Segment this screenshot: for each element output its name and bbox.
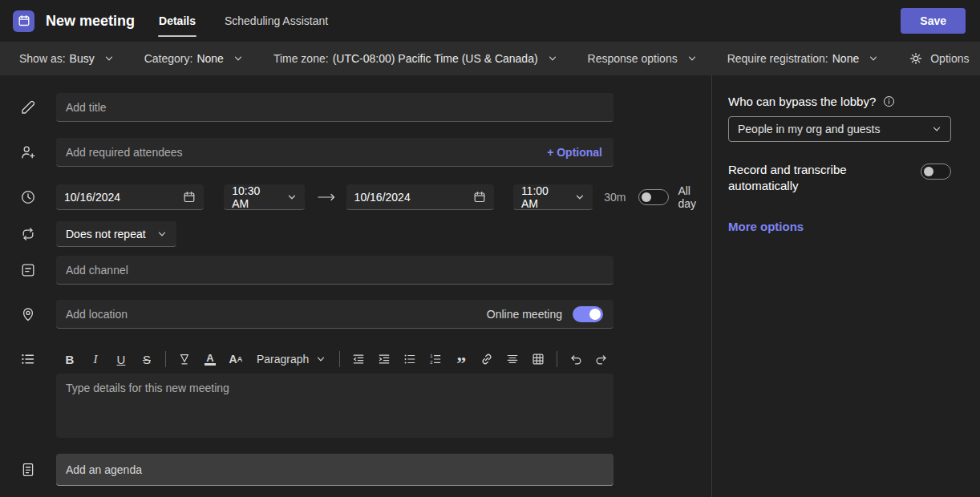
paragraph-style-dropdown[interactable]: Paragraph xyxy=(249,347,333,371)
end-time-dropdown[interactable]: 11:00 AM xyxy=(513,184,593,210)
undo-button[interactable] xyxy=(564,347,588,371)
font-color-icon: A xyxy=(205,354,215,366)
repeat-dropdown[interactable]: Does not repeat xyxy=(56,221,176,247)
online-meeting-label: Online meeting xyxy=(487,308,562,321)
record-transcribe-label: Record and transcribe automatically xyxy=(728,162,869,194)
end-date-input[interactable]: 10/16/2024 xyxy=(346,184,494,210)
start-time-value: 10:30 AM xyxy=(232,184,278,210)
svg-text:2: 2 xyxy=(430,360,432,365)
chevron-down-icon xyxy=(869,54,878,63)
highlight-button[interactable] xyxy=(172,347,196,371)
channel-input[interactable] xyxy=(56,256,614,285)
agenda-field xyxy=(56,454,614,486)
end-date-value: 10/16/2024 xyxy=(354,191,411,204)
category-dropdown[interactable]: Category: None xyxy=(144,52,243,65)
align-icon xyxy=(505,352,520,366)
paragraph-label: Paragraph xyxy=(257,353,309,366)
title-input[interactable] xyxy=(56,93,614,122)
repeat-icon xyxy=(20,226,36,242)
font-size-button[interactable]: AA xyxy=(224,347,248,371)
arrow-right-icon xyxy=(318,193,335,201)
gear-icon xyxy=(909,51,923,66)
location-input[interactable] xyxy=(56,308,487,321)
chevron-down-icon xyxy=(157,229,167,239)
side-panel: Who can bypass the lobby? People in my o… xyxy=(712,75,980,497)
location-icon xyxy=(20,306,36,322)
link-button[interactable] xyxy=(475,347,499,371)
response-options-dropdown[interactable]: Response options xyxy=(588,52,697,65)
svg-text:1: 1 xyxy=(430,354,432,358)
timezone-dropdown[interactable]: Time zone: (UTC-08:00) Pacific Time (US … xyxy=(273,52,557,65)
meeting-duration: 30m xyxy=(604,191,626,204)
insert-table-button[interactable] xyxy=(526,347,550,371)
lobby-selected-value: People in my org and guests xyxy=(738,123,880,135)
require-registration-dropdown[interactable]: Require registration: None xyxy=(727,52,879,65)
page-title: New meeting xyxy=(46,13,135,30)
all-day-label: All day xyxy=(678,184,711,210)
redo-button[interactable] xyxy=(589,347,614,371)
required-attendees-input[interactable] xyxy=(56,146,547,159)
lobby-question-row: Who can bypass the lobby? xyxy=(728,95,964,108)
outdent-button[interactable] xyxy=(346,347,371,371)
align-button[interactable] xyxy=(500,347,524,371)
start-date-value: 10/16/2024 xyxy=(64,191,120,204)
info-icon[interactable] xyxy=(883,95,895,107)
location-field: Online meeting xyxy=(56,300,614,329)
chevron-down-icon xyxy=(687,54,697,63)
agenda-input[interactable] xyxy=(56,463,614,476)
calendar-icon xyxy=(18,14,30,27)
redo-icon xyxy=(594,352,609,366)
font-size-icon: A xyxy=(229,353,237,366)
bullet-list-button[interactable] xyxy=(398,347,422,371)
lobby-dropdown[interactable]: People in my org and guests xyxy=(728,116,951,142)
italic-button[interactable]: I xyxy=(83,347,107,371)
chevron-down-icon xyxy=(316,354,326,364)
notes-icon xyxy=(20,351,36,367)
strikethrough-button[interactable]: S xyxy=(135,347,159,371)
online-meeting-toggle[interactable] xyxy=(573,306,603,322)
title-row xyxy=(0,93,711,122)
pencil-icon xyxy=(20,99,36,115)
more-options-link[interactable]: More options xyxy=(728,220,804,233)
tab-details[interactable]: Details xyxy=(157,0,197,42)
lobby-question-label: Who can bypass the lobby? xyxy=(728,95,876,108)
optional-attendees-link[interactable]: + Optional xyxy=(547,146,614,159)
calendar-app-icon xyxy=(13,10,34,32)
options-button[interactable]: Options xyxy=(909,51,969,66)
new-meeting-window: New meeting Details Scheduling Assistant… xyxy=(0,0,980,497)
meeting-details-input[interactable] xyxy=(56,374,614,438)
datetime-row: 10/16/2024 10:30 AM 10/16/2024 xyxy=(0,184,711,210)
details-editor-row: B I U S A AA xyxy=(0,345,711,438)
tab-scheduling-assistant[interactable]: Scheduling Assistant xyxy=(223,0,330,42)
content-area: + Optional 10/16/2024 10:30 AM xyxy=(0,75,980,497)
toggle-knob xyxy=(642,192,651,202)
font-color-button[interactable]: A xyxy=(198,347,222,371)
highlight-icon xyxy=(177,352,192,366)
tab-scheduling-assistant-label: Scheduling Assistant xyxy=(225,14,328,27)
indent-button[interactable] xyxy=(372,347,396,371)
record-transcribe-toggle[interactable] xyxy=(921,164,951,180)
require-registration-value: None xyxy=(832,52,859,65)
chevron-down-icon xyxy=(287,192,297,202)
repeat-row: Does not repeat xyxy=(0,221,711,247)
all-day-toggle[interactable] xyxy=(638,189,669,205)
quote-button[interactable]: ” xyxy=(449,347,473,371)
numbered-list-button[interactable]: 12 xyxy=(423,347,447,371)
start-time-dropdown[interactable]: 10:30 AM xyxy=(224,184,304,210)
category-label: Category: xyxy=(144,52,193,65)
require-registration-label: Require registration: xyxy=(727,52,828,65)
numbered-list-icon: 12 xyxy=(428,352,443,366)
calendar-icon xyxy=(473,191,486,204)
bold-button[interactable]: B xyxy=(58,347,82,371)
editor-toolbar: B I U S A AA xyxy=(56,345,614,374)
chevron-down-icon xyxy=(548,54,557,63)
chevron-down-icon xyxy=(575,192,585,202)
show-as-dropdown[interactable]: Show as: Busy xyxy=(19,52,114,65)
start-date-input[interactable]: 10/16/2024 xyxy=(56,184,204,210)
calendar-icon xyxy=(183,191,196,204)
table-icon xyxy=(531,352,545,366)
save-button[interactable]: Save xyxy=(901,8,966,34)
timezone-value: (UTC-08:00) Pacific Time (US & Canada) xyxy=(333,52,538,65)
attendees-field: + Optional xyxy=(56,138,614,167)
underline-button[interactable]: U xyxy=(109,347,133,371)
